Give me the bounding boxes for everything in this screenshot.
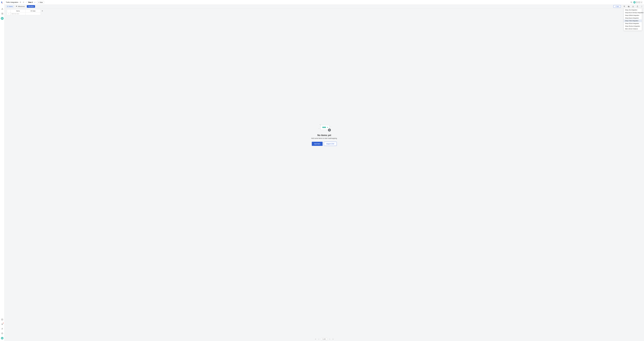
rail-avatar[interactable]: AR [1,337,4,340]
add-view-button[interactable]: + View [37,1,44,3]
upload-icon[interactable] [636,5,638,7]
svg-rect-14 [322,127,326,128]
content-area: Items Date + + Add new item ✦ ✦ [4,8,644,341]
plus-icon: + [615,6,616,7]
avatar-placeholder[interactable] [638,1,640,3]
add-view-label: View [40,1,43,3]
tabbar: Items Milestones Visualize + Item [4,4,644,8]
add-user-button[interactable]: + [640,1,643,3]
empty-state: ✦ ✦ No items yet Add some items to start… [311,124,337,146]
add-new-item-input[interactable]: Add new item [10,12,26,15]
list-icon [7,6,8,7]
add-row-button[interactable]: + [7,12,10,15]
dropdown-item[interactable]: Add a Server Instance [624,27,642,30]
tab-milestones-label: Milestones [18,6,25,7]
dropdown-item[interactable]: Setup Asana Integration [624,17,642,19]
dropdown-item[interactable]: Setup Shortcut Integration [624,25,642,27]
page-title: Trello Integration [6,1,18,3]
svg-point-7 [642,6,642,6]
pager-prev-icon[interactable] [318,338,320,340]
empty-subtitle: Add some items to start roadmapping. [311,137,337,139]
pager-label: 1 of 1 [321,338,328,340]
help-icon[interactable] [1,332,3,335]
svg-point-3 [2,334,2,334]
main: Trello Integration / View 1 + View AR + [4,0,644,341]
pager-next-icon[interactable] [329,338,331,340]
grid-header: Items Date + [7,9,644,12]
new-row-date-cell[interactable] [26,12,41,15]
star-icon[interactable] [19,1,22,3]
layers-icon[interactable] [628,5,630,7]
add-item-label: Item [616,6,619,7]
avatar-group: AR + [634,1,643,3]
empty-actions: Add Item Import CSV [312,142,337,146]
column-header-items[interactable]: Items [10,9,26,12]
tab-items[interactable]: Items [6,5,14,8]
grid-new-row: + Add new item [7,12,644,15]
timeline-icon[interactable] [1,17,4,20]
add-column-button[interactable]: + [41,9,44,12]
dropdown-item[interactable]: Setup Jira Integration [624,9,642,11]
svg-point-12 [331,126,331,127]
dropdown-item[interactable]: Setup GitLab Integration [624,22,642,25]
import-icon[interactable] [1,8,3,10]
tab-items-label: Items [9,6,12,7]
search-icon[interactable] [630,1,632,3]
filter-icon[interactable] [624,5,625,7]
svg-point-8 [642,7,642,7]
empty-title: No items yet [317,134,331,137]
left-rail: AR [0,0,4,341]
flag-icon [16,6,17,7]
app-logo-icon[interactable] [1,1,3,3]
empty-illustration: ✦ ✦ [318,124,330,131]
dropdown-item[interactable]: Setup GitHub Integration [624,14,642,17]
tabbar-right: + Item Setup Jira IntegrationSetup Azure… [613,5,643,8]
pager-last-icon[interactable] [332,338,334,340]
view-name[interactable]: View 1 [28,1,33,3]
tab-visualize[interactable]: Visualize [27,5,35,8]
svg-rect-9 [31,10,32,11]
list-icon[interactable] [1,12,3,15]
svg-point-4 [23,2,24,2]
breadcrumb-separator: / [26,1,26,3]
row-handle-header [7,9,10,12]
pager-first-icon[interactable] [315,338,316,340]
tab-milestones[interactable]: Milestones [15,5,26,8]
book-icon[interactable] [1,318,3,321]
svg-text:✦: ✦ [318,128,319,129]
integration-dropdown: Setup Jira IntegrationSetup Azure DevOps… [624,8,642,31]
column-header-date-label: Date [32,10,36,12]
chevron-down-icon[interactable] [34,1,36,3]
svg-point-0 [2,3,3,3]
topbar: Trello Integration / View 1 + View AR + [4,0,644,4]
avatar[interactable]: AR [633,1,636,3]
tab-visualize-label: Visualize [28,6,34,7]
add-item-button[interactable]: + Item [613,5,621,8]
svg-text:✦: ✦ [320,124,320,125]
calendar-icon [31,10,32,11]
svg-point-5 [631,1,632,3]
pager: 1 of 1 [315,338,334,340]
gear-icon[interactable] [22,1,24,3]
bolt-icon[interactable] [1,328,3,330]
import-csv-button[interactable]: Import CSV [324,142,337,146]
column-header-date[interactable]: Date [26,9,41,12]
download-icon[interactable] [632,5,634,7]
bell-icon[interactable] [1,323,3,325]
dropdown-item[interactable]: Setup Trello Integration [624,19,642,22]
topbar-right: AR + [630,1,643,3]
dropdown-item[interactable]: Setup Azure DevOps Integration [624,11,642,14]
plus-icon: + [38,1,39,3]
svg-point-6 [642,6,642,6]
more-icon[interactable] [641,5,643,7]
add-item-primary-button[interactable]: Add Item [312,142,322,146]
avatar-placeholder[interactable] [636,1,638,3]
